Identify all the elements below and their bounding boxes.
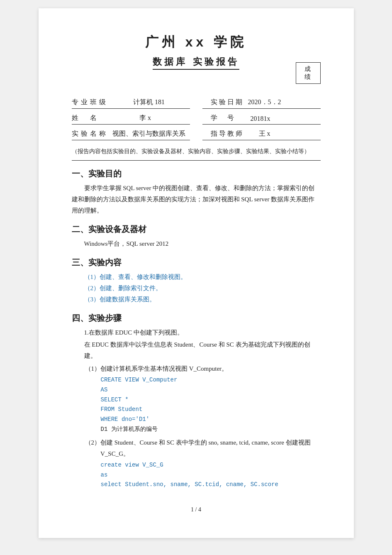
value-sid: 20181x <box>240 115 281 122</box>
section2-heading: 二、实验设备及器材 <box>72 224 321 235</box>
step1-intro2: 在 EDUC 数据库中以学生信息表 Student、Course 和 SC 表为… <box>84 339 321 362</box>
code-line-2-3: select Student.sno, sname, SC.tcid, cnam… <box>101 480 321 490</box>
sub-title: 数据库 实验报告 <box>153 56 239 70</box>
value-date: 2020．5．2 <box>244 98 285 107</box>
code-line-2-1: create view V_SC_G <box>101 460 321 470</box>
value-expname: 视图、索引与数据库关系 <box>108 130 190 138</box>
section3-heading: 三、实验内容 <box>72 257 321 268</box>
page-number: 1 / 4 <box>191 506 201 513</box>
step1-sub1-label: （1） <box>85 363 101 374</box>
info-col-2-1: 姓 名 李 x <box>72 110 190 125</box>
step1-sub1-row: （1） 创建计算机系学生基本情况视图 V_Computer。 <box>85 363 321 375</box>
value-major: 计算机 181 <box>108 98 190 107</box>
section3-item-3: （3）创建数据库关系图。 <box>84 294 321 305</box>
code-line-1-5: WHERE dno='D1' <box>101 415 321 425</box>
code-line-1-2: AS <box>101 385 321 395</box>
note-line: （报告内容包括实验目的、实验设备及器材、实验内容、实验步骤、实验结果、实验小结等… <box>72 148 321 155</box>
info-col-3-2: 指导教师 王 x <box>202 126 321 140</box>
score-box: 成 绩 <box>296 62 321 84</box>
score-label2: 绩 <box>304 73 312 81</box>
code-line-1-6: D1 为计算机系的编号 <box>101 425 321 435</box>
code-line-2-2: as <box>101 470 321 480</box>
main-title: 广州 xx 学院 <box>72 33 321 51</box>
info-row-3: 实验名称 视图、索引与数据库关系 指导教师 王 x <box>72 126 321 140</box>
info-section: 专业班级 计算机 181 实验日期 2020．5．2 姓 名 李 x 学 号 2… <box>72 95 321 140</box>
section3-items: （1）创建、查看、修改和删除视图。 （2）创建、删除索引文件。 （3）创建数据库… <box>72 271 321 305</box>
section4-heading: 四、实验步骤 <box>72 313 321 324</box>
label-date: 实验日期 <box>211 98 244 107</box>
page-footer: 1 / 4 <box>72 506 321 513</box>
label-name: 姓 名 <box>72 114 101 122</box>
step1-sub2-label: （2） <box>85 437 101 460</box>
label-teacher: 指导教师 <box>211 130 244 138</box>
section3-item-2: （2）创建、删除索引文件。 <box>84 283 321 294</box>
label-major: 专业班级 <box>72 98 108 107</box>
code-line-1-3: SELECT * <box>101 395 321 405</box>
score-label: 成 <box>304 65 312 73</box>
info-col-1-1: 专业班级 计算机 181 <box>72 95 190 109</box>
code-block-2: create view V_SC_G as select Student.sno… <box>101 460 321 490</box>
section1-heading: 一、实验目的 <box>72 168 321 179</box>
section2-body: Windows平台，SQL server 2012 <box>72 238 321 249</box>
code-line-1-4: FROM Student <box>101 405 321 415</box>
code-block-1: CREATE VIEW V_Computer AS SELECT * FROM … <box>101 375 321 435</box>
info-row-2: 姓 名 李 x 学 号 20181x <box>72 110 321 125</box>
step1-intro1: 1.在数据库 EDUC 中创建下列视图。 <box>84 327 321 338</box>
label-sid: 学 号 <box>211 114 240 122</box>
info-col-2-2: 学 号 20181x <box>202 110 321 125</box>
section3-item-1: （1）创建、查看、修改和删除视图。 <box>84 271 321 283</box>
sub-title-wrap: 数据库 实验报告 <box>72 56 321 70</box>
step1-sub2-row: （2） 创建 Student、Course 和 SC 表中学生的 sno, sn… <box>85 437 321 460</box>
page: 广州 xx 学院 数据库 实验报告 成 绩 专业班级 计算机 181 实验日期 … <box>39 8 354 538</box>
step1-sub1-desc: 创建计算机系学生基本情况视图 V_Computer。 <box>100 363 228 374</box>
info-col-1-2: 实验日期 2020．5．2 <box>202 95 321 109</box>
section1-body: 要求学生掌握 SQL server 中的视图创建、查看、修改、和删除的方法；掌握… <box>72 183 321 216</box>
value-name: 李 x <box>101 114 190 122</box>
value-teacher: 王 x <box>244 130 285 138</box>
info-row-1: 专业班级 计算机 181 实验日期 2020．5．2 <box>72 95 321 109</box>
info-col-3-1: 实验名称 视图、索引与数据库关系 <box>72 126 190 140</box>
note-text: （报告内容包括实验目的、实验设备及器材、实验内容、实验步骤、实验结果、实验小结等… <box>72 148 310 154</box>
step1-sub2-desc: 创建 Student、Course 和 SC 表中学生的 sno, sname,… <box>100 437 321 460</box>
label-expname: 实验名称 <box>72 130 108 138</box>
code-line-1-1: CREATE VIEW V_Computer <box>101 375 321 385</box>
divider <box>72 160 321 161</box>
